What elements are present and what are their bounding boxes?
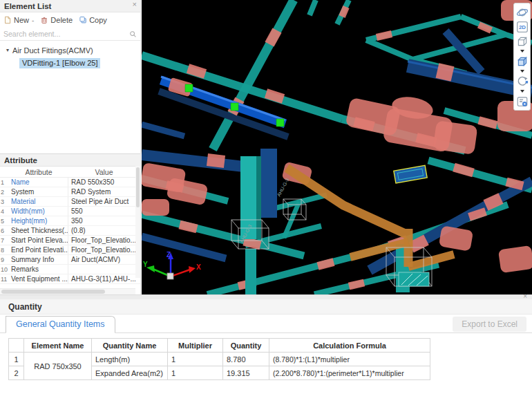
- attribute-row[interactable]: 4 Width(mm) 550: [0, 207, 140, 216]
- axis-z-label: Z: [167, 251, 171, 259]
- export-to-excel-button[interactable]: Export to Excel: [453, 317, 526, 332]
- col-multiplier[interactable]: Multiplier: [168, 339, 223, 353]
- tree-expander-icon[interactable]: ▾: [6, 47, 9, 53]
- close-icon[interactable]: ×: [133, 0, 137, 8]
- orbit-icon[interactable]: [516, 6, 529, 19]
- row-number: 1: [9, 353, 24, 366]
- attribute-panel: Attribute Attribute Value 1 Name RAD 550…: [0, 153, 140, 294]
- element-name-cell: RAD 750x350: [24, 353, 92, 380]
- duct-scene[interactable]: AHU-G-3 AHU-G-3 Z X Y: [142, 0, 532, 294]
- dropdown-caret-icon[interactable]: [520, 50, 524, 53]
- search-box: [0, 28, 140, 41]
- formula-cell: (8.780)*1:(L1)*multiplier: [269, 353, 430, 366]
- search-icon: [129, 30, 137, 38]
- element-list-title: Element List: [4, 2, 51, 10]
- panel-divider[interactable]: ×: [0, 294, 532, 299]
- copy-button[interactable]: Copy: [79, 16, 107, 24]
- attribute-table-header: Attribute Value: [0, 167, 140, 178]
- element-list-toolbar: New - Delete Copy: [0, 12, 140, 28]
- ahu-unit[interactable]: [399, 272, 429, 286]
- svg-text:2D: 2D: [518, 24, 525, 30]
- quantity-cell: 8.780: [223, 353, 269, 366]
- tab-general-quantity-items[interactable]: General Quantity Items: [6, 316, 115, 333]
- tree-parent-label: Air Duct Fittings(ACMV): [12, 46, 93, 55]
- attribute-row[interactable]: 7 Start Point Eleva... Floor_Top_Elevati…: [0, 236, 140, 245]
- attribute-row[interactable]: 10 Remarks: [0, 265, 140, 274]
- new-dropdown-icon[interactable]: -: [32, 17, 34, 24]
- dropdown-caret-icon[interactable]: [520, 90, 524, 93]
- quantity-tab-bar: General Quantity Items Export to Excel: [0, 315, 532, 333]
- quantity-panel: Quantity General Quantity Items Export t…: [0, 299, 532, 394]
- left-panel-column: Element List × New -: [0, 0, 141, 294]
- attribute-col-header: Attribute: [10, 167, 68, 178]
- attribute-panel-header: Attribute: [0, 154, 140, 167]
- quantity-name-cell: Expanded Area(m2): [92, 366, 168, 380]
- attribute-row[interactable]: 9 Summary Info Air Duct(ACMV): [0, 255, 140, 265]
- tree-node-vdfitting-selected[interactable]: VDFitting-1 [Elbow 25]: [19, 58, 100, 68]
- quantity-panel-title: Quantity: [8, 302, 42, 312]
- scrollbar-thumb[interactable]: [136, 167, 140, 207]
- copy-label: Copy: [89, 16, 107, 24]
- dropdown-caret-icon[interactable]: [520, 70, 524, 73]
- element-tree: ▾ Air Duct Fittings(ACMV) VDFitting-1 [E…: [0, 41, 140, 68]
- value-col-header: Value: [68, 167, 140, 178]
- viewport-toolbar: 2D: [513, 3, 531, 111]
- quantity-row[interactable]: 1 RAD 750x350 Length(m) 1 8.780 (8.780)*…: [9, 353, 430, 366]
- col-quantity[interactable]: Quantity: [223, 339, 269, 353]
- delete-button[interactable]: Delete: [40, 16, 73, 24]
- delete-label: Delete: [50, 16, 73, 24]
- new-label: New: [14, 16, 29, 24]
- attribute-row[interactable]: 1 Name RAD 550x350: [0, 178, 140, 187]
- scrollbar-thumb[interactable]: [1, 290, 105, 294]
- trash-icon: [40, 16, 48, 24]
- attribute-row[interactable]: 2 System RAD System: [0, 187, 140, 197]
- attribute-row[interactable]: 3 Material Steel Pipe Air Duct: [0, 197, 140, 207]
- col-calculation-formula[interactable]: Calculation Formula: [269, 339, 430, 353]
- quantity-panel-header: Quantity: [0, 299, 532, 315]
- multiplier-cell: 1: [168, 366, 223, 380]
- attribute-row[interactable]: 5 Height(mm) 350: [0, 216, 140, 226]
- attribute-panel-title: Attribute: [4, 156, 37, 165]
- horizontal-scrollbar[interactable]: [0, 288, 135, 294]
- attribute-row[interactable]: 11 Vent Equipment ... AHU-G-3(11),AHU-..…: [0, 274, 140, 284]
- view-settings-icon[interactable]: [516, 95, 529, 108]
- rotate-view-icon[interactable]: [516, 75, 529, 88]
- element-list-header: Element List ×: [0, 0, 140, 12]
- app-window: Element List × New -: [0, 0, 532, 394]
- tree-node-air-duct-fittings[interactable]: ▾ Air Duct Fittings(ACMV): [0, 44, 140, 56]
- element-list-panel: Element List × New -: [0, 0, 140, 68]
- vertical-scrollbar[interactable]: [135, 166, 140, 278]
- view-3d-shaded-icon[interactable]: [516, 55, 529, 68]
- view-3d-wireframe-icon[interactable]: [516, 35, 529, 48]
- col-index: [9, 339, 24, 353]
- view-2d-icon[interactable]: 2D: [516, 21, 529, 33]
- col-element-name[interactable]: Element Name: [24, 339, 92, 353]
- col-quantity-name[interactable]: Quantity Name: [92, 339, 168, 353]
- quantity-table: Element Name Quantity Name Multiplier Qu…: [8, 338, 430, 380]
- search-input[interactable]: [3, 30, 129, 38]
- formula-cell: (2.200*8.780)*1:(perimeter*L1)*multiplie…: [269, 366, 430, 380]
- quantity-cell: 19.315: [223, 366, 269, 380]
- multiplier-cell: 1: [168, 353, 223, 366]
- quantity-name-cell: Length(m): [92, 353, 168, 366]
- attribute-row[interactable]: 6 Sheet Thickness(... (0.8): [0, 226, 140, 236]
- new-button[interactable]: New -: [3, 16, 34, 24]
- new-page-icon: [3, 16, 12, 24]
- axis-x-label: X: [196, 263, 201, 271]
- blue-riser-duct[interactable]: [260, 149, 277, 218]
- quantity-table-header-row: Element Name Quantity Name Multiplier Qu…: [9, 339, 430, 353]
- axis-y-label: Y: [143, 261, 148, 268]
- copy-icon: [79, 16, 87, 24]
- row-number: 2: [9, 366, 24, 380]
- attribute-row[interactable]: 8 End Point Elevati... Floor_Top_Elevati…: [0, 245, 140, 255]
- viewport-3d[interactable]: AHU-G-3 AHU-G-3 Z X Y: [142, 0, 532, 294]
